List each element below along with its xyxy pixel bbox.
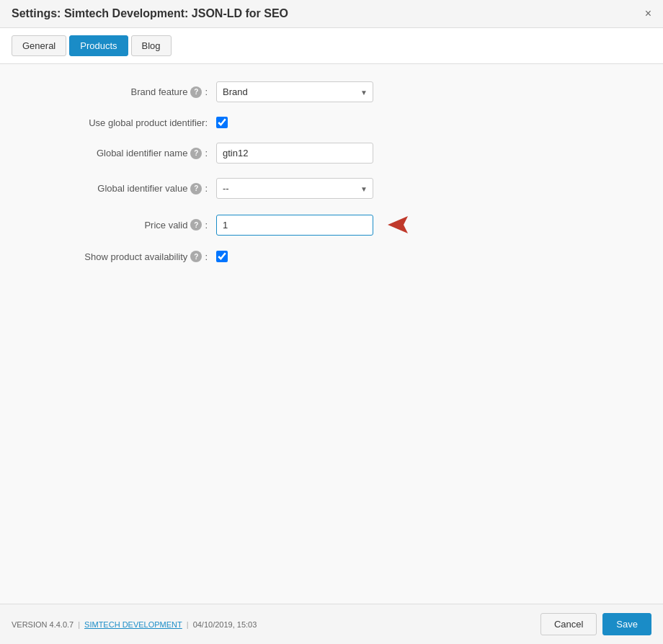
global-identifier-name-label: Global identifier name ?:	[29, 148, 216, 159]
use-global-identifier-checkbox[interactable]	[216, 117, 228, 128]
global-identifier-name-row: Global identifier name ?:	[29, 143, 634, 164]
use-global-identifier-control	[216, 117, 228, 128]
modal-header: Settings: Simtech Development: JSON-LD f…	[0, 0, 663, 28]
modal-title: Settings: Simtech Development: JSON-LD f…	[12, 7, 288, 20]
price-valid-input[interactable]	[216, 215, 373, 236]
brand-feature-control: Brand Other	[216, 81, 373, 102]
tabs-bar: General Products Blog	[0, 28, 663, 64]
footer-version: VERSION 4.4.0.7	[12, 620, 74, 629]
tab-products[interactable]: Products	[69, 35, 128, 56]
modal-footer: VERSION 4.4.0.7 | SIMTECH DEVELOPMENT | …	[0, 604, 663, 644]
brand-feature-select[interactable]: Brand Other	[216, 81, 373, 102]
global-identifier-name-help-icon[interactable]: ?	[190, 148, 202, 159]
brand-feature-label: Brand feature ?:	[29, 86, 216, 98]
footer-company[interactable]: SIMTECH DEVELOPMENT	[84, 620, 182, 629]
show-product-availability-help-icon[interactable]: ?	[190, 251, 202, 262]
footer-separator-1: |	[78, 620, 80, 629]
global-identifier-value-select-wrapper: -- Other	[216, 178, 373, 199]
global-identifier-value-help-icon[interactable]: ?	[190, 183, 202, 194]
footer-date: 04/10/2019, 15:03	[193, 620, 257, 629]
use-global-identifier-row: Use global product identifier:	[29, 117, 634, 128]
global-identifier-value-label: Global identifier value ?:	[29, 183, 216, 194]
content-area: Brand feature ?: Brand Other Use global …	[0, 64, 663, 604]
cancel-button[interactable]: Cancel	[540, 613, 597, 635]
brand-feature-select-wrapper: Brand Other	[216, 81, 373, 102]
show-product-availability-checkbox[interactable]	[216, 251, 228, 262]
global-identifier-name-control	[216, 143, 373, 164]
footer-separator-2: |	[187, 620, 189, 629]
tab-general[interactable]: General	[12, 35, 66, 56]
footer-actions: Cancel Save	[540, 613, 651, 635]
price-valid-label: Price valid ?:	[29, 219, 216, 231]
red-arrow-icon	[381, 213, 408, 236]
modal-container: Settings: Simtech Development: JSON-LD f…	[0, 0, 663, 644]
show-product-availability-row: Show product availability ?:	[29, 251, 634, 262]
brand-feature-help-icon[interactable]: ?	[190, 86, 202, 98]
global-identifier-name-input[interactable]	[216, 143, 373, 164]
global-identifier-value-select[interactable]: -- Other	[216, 178, 373, 199]
global-identifier-value-control: -- Other	[216, 178, 373, 199]
use-global-identifier-label: Use global product identifier:	[29, 117, 216, 128]
price-valid-row: Price valid ?:	[29, 213, 634, 236]
close-button[interactable]: ×	[645, 8, 651, 19]
price-valid-help-icon[interactable]: ?	[190, 219, 202, 231]
footer-info: VERSION 4.4.0.7 | SIMTECH DEVELOPMENT | …	[12, 620, 257, 629]
save-button[interactable]: Save	[602, 613, 651, 635]
price-valid-control	[216, 213, 408, 236]
modal-body: General Products Blog Brand feature ?: B…	[0, 28, 663, 604]
show-product-availability-control	[216, 251, 228, 262]
tab-blog[interactable]: Blog	[131, 35, 172, 56]
show-product-availability-label: Show product availability ?:	[29, 251, 216, 262]
svg-marker-0	[388, 216, 408, 233]
brand-feature-row: Brand feature ?: Brand Other	[29, 81, 634, 102]
global-identifier-value-row: Global identifier value ?: -- Other	[29, 178, 634, 199]
